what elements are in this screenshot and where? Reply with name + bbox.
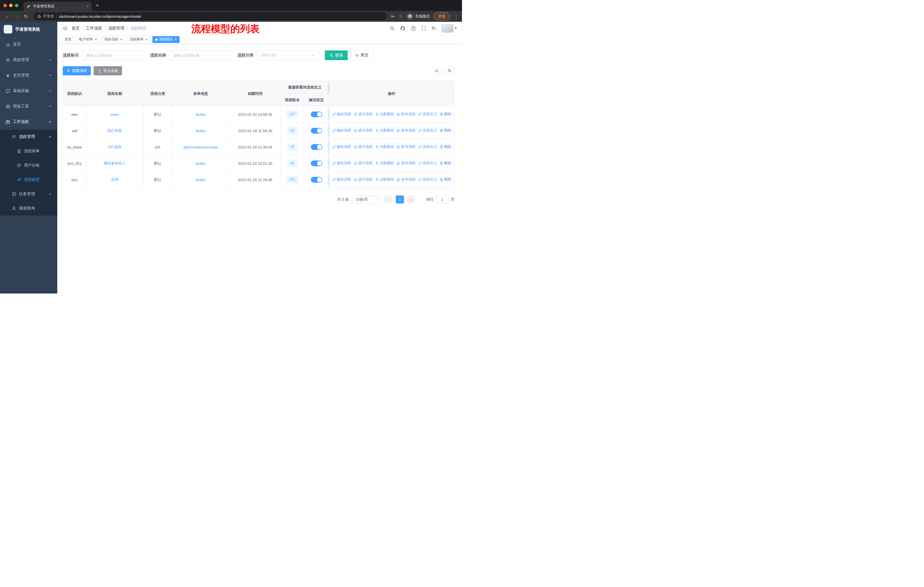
password-key-icon[interactable]: [390, 14, 395, 19]
browser-update-button[interactable]: 更新: [434, 12, 450, 20]
active-toggle[interactable]: [311, 111, 322, 117]
sidebar-collapse-icon[interactable]: [63, 26, 68, 31]
font-size-icon[interactable]: TT: [432, 26, 436, 31]
fullscreen-icon[interactable]: [421, 26, 426, 31]
action-edit-link[interactable]: 修改流程: [332, 112, 351, 117]
traffic-light-maximize[interactable]: [15, 4, 18, 7]
action-definition-link[interactable]: 流程定义: [418, 112, 437, 117]
next-page-button[interactable]: ›: [407, 195, 415, 203]
close-tab-icon[interactable]: ×: [86, 4, 89, 8]
tag-流程表单[interactable]: 流程表单×: [127, 36, 151, 43]
github-icon[interactable]: [400, 26, 405, 31]
avatar[interactable]: [441, 24, 454, 33]
sidebar-item-system[interactable]: 系统管理: [0, 52, 57, 68]
tag-我的流程[interactable]: 我的流程×: [102, 36, 125, 43]
action-publish-link[interactable]: 发布流程: [397, 144, 416, 149]
process-name-link[interactable]: 滔博: [111, 177, 119, 182]
page-number-button[interactable]: 1: [396, 195, 404, 203]
sidebar-item-home[interactable]: 首页: [0, 37, 57, 52]
action-publish-link[interactable]: 发布流程: [397, 161, 416, 166]
sidebar-item-process-form[interactable]: 流程表单: [0, 144, 57, 158]
sidebar-item-infrastructure[interactable]: 基础设施: [0, 83, 57, 99]
action-definition-link[interactable]: 流程定义: [418, 144, 437, 149]
action-design-link[interactable]: 设计流程: [354, 144, 373, 149]
browser-menu-icon[interactable]: ⋮: [454, 14, 459, 19]
form-link[interactable]: biubiu: [196, 161, 206, 166]
process-name-input[interactable]: [170, 50, 231, 60]
new-tab-button[interactable]: +: [96, 2, 99, 8]
goto-page-input[interactable]: [436, 195, 449, 203]
back-button[interactable]: ←: [3, 12, 12, 20]
tag-租户管理[interactable]: 租户管理×: [76, 36, 100, 43]
category-select[interactable]: 流程分类: [257, 50, 318, 60]
action-edit-link[interactable]: 修改流程: [332, 144, 351, 149]
traffic-light-minimize[interactable]: [9, 4, 13, 7]
sidebar-item-user-group[interactable]: 用户分组: [0, 158, 57, 172]
process-name-link[interactable]: OA 请假: [108, 145, 122, 149]
action-design-link[interactable]: 设计流程: [354, 128, 373, 133]
security-status[interactable]: 不安全: [37, 14, 54, 19]
form-link[interactable]: /bpm/oa/leave/create: [183, 145, 218, 149]
action-delete-link[interactable]: 删除: [440, 144, 451, 149]
reload-button[interactable]: ↻: [22, 12, 30, 20]
breadcrumb-item[interactable]: 工作流程: [86, 26, 102, 31]
form-link[interactable]: biubiu: [196, 178, 206, 182]
action-publish-link[interactable]: 发布流程: [397, 177, 416, 182]
action-publish-link[interactable]: 发布流程: [397, 112, 416, 117]
refresh-table-button[interactable]: ↻: [445, 66, 455, 76]
browser-tab[interactable]: 芋道管理系统 ×: [23, 2, 92, 11]
action-delete-link[interactable]: 删除: [440, 128, 451, 133]
close-icon[interactable]: ×: [145, 38, 148, 41]
sidebar-item-task-management[interactable]: 任务管理: [0, 187, 57, 201]
user-menu[interactable]: [441, 24, 457, 33]
sidebar-item-workflow[interactable]: 工作流程: [0, 114, 57, 129]
action-delete-link[interactable]: 删除: [440, 161, 451, 166]
sidebar-item-process-model[interactable]: 流程模型: [0, 172, 57, 187]
close-icon[interactable]: ×: [175, 38, 177, 41]
active-toggle[interactable]: [311, 144, 322, 150]
tag-流程模型[interactable]: 流程模型×: [152, 36, 180, 43]
action-assign-link[interactable]: 分配规则: [375, 112, 394, 117]
create-process-button[interactable]: 新建流程: [63, 66, 91, 75]
active-toggle[interactable]: [311, 177, 322, 183]
app-logo[interactable]: 芋道管理系统: [0, 22, 57, 37]
search-icon[interactable]: [390, 26, 395, 31]
page-size-select[interactable]: 10条/页: [352, 195, 381, 203]
action-definition-link[interactable]: 流程定义: [418, 177, 437, 182]
breadcrumb-item[interactable]: 流程管理: [108, 26, 124, 31]
help-icon[interactable]: [411, 26, 416, 31]
action-edit-link[interactable]: 修改流程: [332, 177, 351, 182]
action-definition-link[interactable]: 流程定义: [418, 128, 437, 133]
search-button[interactable]: 搜索: [325, 50, 348, 60]
active-toggle[interactable]: [311, 160, 322, 166]
action-edit-link[interactable]: 修改流程: [332, 161, 351, 166]
action-definition-link[interactable]: 流程定义: [418, 161, 437, 166]
process-name-link[interactable]: eeee: [111, 112, 119, 117]
process-name-link[interactable]: 测试多审批人: [104, 161, 126, 165]
prev-page-button[interactable]: ‹: [384, 195, 393, 203]
tag-首页[interactable]: 首页: [62, 36, 74, 43]
reset-button[interactable]: ↻ 重置: [351, 50, 373, 60]
action-assign-link[interactable]: 分配规则: [375, 177, 394, 182]
form-link[interactable]: biubiu: [196, 112, 206, 117]
close-icon[interactable]: ×: [120, 38, 122, 41]
action-edit-link[interactable]: 修改流程: [332, 128, 351, 133]
action-assign-link[interactable]: 分配规则: [375, 144, 394, 149]
process-key-input[interactable]: [82, 50, 144, 60]
breadcrumb-item[interactable]: 首页: [72, 26, 80, 31]
action-design-link[interactable]: 设计流程: [354, 161, 373, 166]
sidebar-item-process-management[interactable]: 流程管理: [0, 129, 57, 144]
import-process-button[interactable]: 导入流程: [94, 66, 122, 75]
action-design-link[interactable]: 设计流程: [354, 177, 373, 182]
action-assign-link[interactable]: 分配规则: [375, 161, 394, 166]
active-toggle[interactable]: [311, 128, 322, 134]
close-icon[interactable]: ×: [95, 38, 97, 41]
sidebar-item-leave-query[interactable]: 请假查询: [0, 201, 57, 215]
action-design-link[interactable]: 设计流程: [354, 112, 373, 117]
sidebar-item-devtools[interactable]: 研发工具: [0, 99, 57, 114]
forward-button[interactable]: →: [13, 12, 21, 20]
sidebar-item-payment[interactable]: ¥ 支付管理: [0, 68, 57, 83]
address-bar[interactable]: 不安全 dashboard.yudao.iocoder.cn/bpm/manag…: [33, 12, 387, 20]
toggle-search-button[interactable]: [432, 66, 441, 76]
action-delete-link[interactable]: 删除: [440, 112, 451, 117]
